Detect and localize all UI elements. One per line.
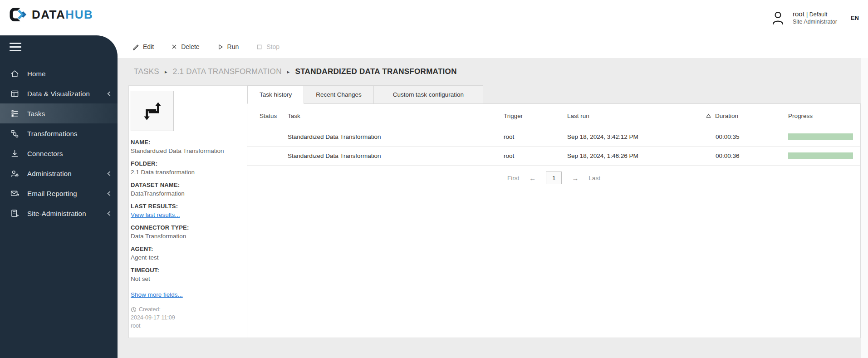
cell-duration: 00:00:35	[706, 133, 779, 140]
sidebar-item-site-administration[interactable]: Site-Administration	[0, 203, 118, 223]
pagination-first[interactable]: First	[507, 175, 519, 181]
column-progress[interactable]: Progress	[779, 113, 860, 119]
connectors-icon	[10, 149, 20, 158]
field-dataset-name: DATASET NAME: DataTransformation	[131, 181, 242, 198]
tab-task-history[interactable]: Task history	[247, 85, 304, 104]
user-avatar-icon[interactable]	[770, 10, 785, 25]
created-info: Created: 2024-09-17 11:09 root	[131, 305, 242, 330]
pagination-prev-icon[interactable]: ←	[529, 174, 536, 182]
task-type-icon-box	[131, 91, 174, 131]
task-toolbar: Edit Delete Run Stop	[132, 35, 280, 58]
pagination: First ← 1 → Last	[247, 170, 860, 186]
column-duration[interactable]: Duration	[706, 113, 779, 119]
delete-button[interactable]: Delete	[171, 43, 199, 50]
task-history-panel: Status Task Trigger Last run Duration Pr…	[247, 103, 861, 338]
column-status[interactable]: Status	[260, 113, 288, 119]
stop-button[interactable]: Stop	[256, 43, 280, 50]
field-name: NAME: Standardized Data Transformation	[131, 138, 242, 155]
user-tenant: | Default	[806, 11, 827, 18]
chevron-left-icon	[106, 91, 112, 97]
vertical-scrollbar[interactable]	[861, 58, 868, 358]
created-label: Created:	[139, 305, 161, 314]
stop-icon	[256, 44, 263, 50]
edit-icon	[132, 43, 139, 50]
tab-recent-changes[interactable]: Recent Changes	[304, 85, 374, 104]
data-visualization-icon	[10, 89, 20, 98]
sidebar-item-data-visualization[interactable]: Data & Visualization	[0, 83, 118, 103]
user-name: root	[793, 10, 804, 18]
progress-bar	[788, 133, 853, 140]
field-folder: FOLDER: 2.1 Data transformation	[131, 160, 242, 177]
delete-icon	[171, 44, 177, 50]
breadcrumb-current: STANDARDIZED DATA TRANSFORMATION	[295, 67, 457, 76]
field-timeout: TIMEOUT: Not set	[131, 266, 242, 283]
cell-task: Standardized Data Transformation	[288, 133, 504, 140]
sidebar-item-email-reporting[interactable]: Email Reporting	[0, 183, 118, 203]
view-last-results-link[interactable]: View last results...	[131, 211, 180, 218]
column-last-run[interactable]: Last run	[567, 113, 706, 119]
cell-trigger: root	[504, 152, 567, 159]
tasks-icon	[10, 109, 20, 118]
app-header: DATAHUB root | Default Site Administrato…	[0, 0, 868, 35]
column-task[interactable]: Task	[288, 113, 504, 119]
run-button[interactable]: Run	[217, 43, 239, 50]
sidebar: Home Data & Visualization Tasks Transfor…	[0, 35, 118, 358]
created-by: root	[131, 322, 242, 330]
table-header-row: Status Task Trigger Last run Duration Pr…	[247, 104, 860, 128]
progress-bar	[788, 152, 853, 159]
edit-button[interactable]: Edit	[132, 43, 154, 50]
tab-custom-task-configuration[interactable]: Custom task configuration	[373, 85, 483, 104]
app-title: DATAHUB	[32, 8, 93, 22]
created-date: 2024-09-17 11:09	[131, 314, 242, 322]
sidebar-menu: Home Data & Visualization Tasks Transfor…	[0, 64, 118, 223]
cell-last-run: Sep 18, 2024, 3:42:12 PM	[567, 133, 706, 140]
cell-duration: 00:00:36	[706, 152, 779, 159]
data-transformation-icon	[139, 98, 166, 124]
cell-task: Standardized Data Transformation	[288, 152, 504, 159]
breadcrumb-tasks[interactable]: TASKS	[134, 67, 159, 76]
email-reporting-icon	[10, 189, 20, 198]
pagination-page-1[interactable]: 1	[546, 172, 562, 184]
column-trigger[interactable]: Trigger	[504, 113, 567, 119]
breadcrumb-separator-icon: ▸	[287, 69, 290, 75]
home-icon	[10, 69, 20, 78]
breadcrumb-separator-icon: ▸	[165, 69, 167, 75]
pagination-next-icon[interactable]: →	[572, 174, 579, 182]
task-details-panel: NAME: Standardized Data Transformation F…	[128, 85, 247, 338]
datahub-logo-icon	[8, 6, 27, 23]
pagination-last[interactable]: Last	[588, 175, 600, 181]
chevron-left-icon	[106, 211, 112, 216]
administration-icon	[10, 169, 20, 178]
run-icon	[217, 44, 224, 50]
sidebar-item-administration[interactable]: Administration	[0, 163, 118, 183]
cell-trigger: root	[504, 133, 567, 140]
chevron-left-icon	[106, 191, 112, 196]
field-connector-type: CONNECTOR TYPE: Data Transformation	[131, 224, 242, 240]
cell-last-run: Sep 18, 2024, 1:46:26 PM	[567, 152, 706, 159]
breadcrumb: TASKS ▸ 2.1 DATA TRANSFORMATION ▸ STANDA…	[134, 67, 457, 76]
show-more-fields-link[interactable]: Show more fields...	[131, 290, 183, 299]
clock-icon	[131, 307, 137, 313]
sidebar-item-home[interactable]: Home	[0, 64, 118, 83]
breadcrumb-folder[interactable]: 2.1 DATA TRANSFORMATION	[173, 67, 282, 76]
user-role: Site Administrator	[793, 19, 837, 26]
sidebar-item-connectors[interactable]: Connectors	[0, 143, 118, 163]
chevron-left-icon	[106, 171, 112, 177]
table-row[interactable]: Standardized Data Transformation root Se…	[247, 128, 860, 147]
app-logo[interactable]: DATAHUB	[8, 6, 93, 23]
detail-tabs: Task history Recent Changes Custom task …	[247, 85, 483, 104]
sort-ascending-icon	[706, 113, 711, 118]
menu-toggle-button[interactable]	[0, 35, 118, 59]
user-info[interactable]: root | Default Site Administrator	[793, 10, 837, 25]
field-agent: AGENT: Agent-test	[131, 245, 242, 262]
language-selector[interactable]: EN	[851, 15, 859, 21]
site-administration-icon	[10, 209, 20, 218]
transformations-icon	[10, 129, 20, 138]
sidebar-item-transformations[interactable]: Transformations	[0, 123, 118, 143]
field-last-results: LAST RESULTS: View last results...	[131, 202, 242, 219]
sidebar-item-tasks[interactable]: Tasks	[0, 103, 118, 123]
table-row[interactable]: Standardized Data Transformation root Se…	[247, 147, 860, 166]
